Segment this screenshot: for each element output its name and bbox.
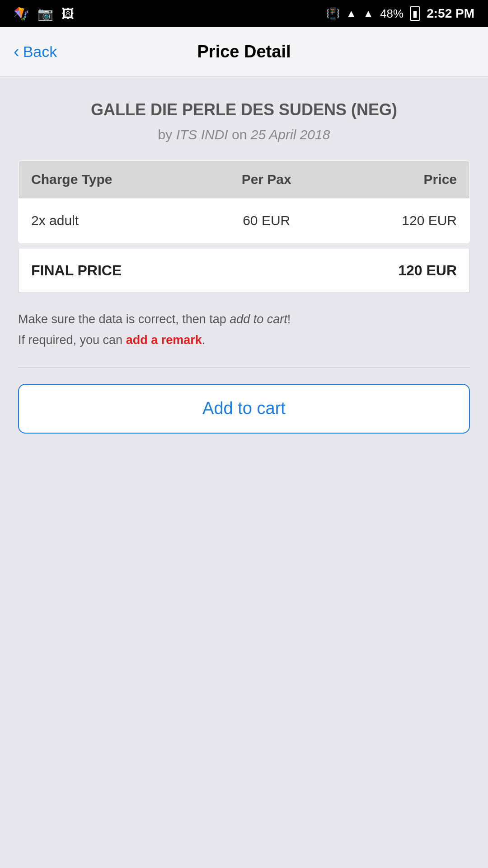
product-date: 25 April 2018 bbox=[251, 127, 330, 142]
cell-price: 120 EUR bbox=[331, 198, 470, 243]
price-table: Charge Type Per Pax Price 2x adult60 EUR… bbox=[18, 160, 470, 243]
battery-icon: ▮ bbox=[410, 6, 420, 21]
product-meta-on: on bbox=[228, 127, 251, 142]
status-bar-left-icons: 🪁 📷 🖼 bbox=[14, 6, 74, 21]
info-exclamation: ! bbox=[287, 312, 291, 326]
nav-bar: ‹ Back Price Detail bbox=[0, 27, 488, 77]
add-remark-link[interactable]: add a remark bbox=[126, 333, 202, 347]
final-price-value: 120 EUR bbox=[398, 262, 457, 279]
info-part2: If required, you can bbox=[18, 333, 126, 347]
add-to-cart-button[interactable]: Add to cart bbox=[18, 384, 470, 434]
signal-icon: ▲ bbox=[363, 7, 374, 20]
info-line-2: If required, you can add a remark. bbox=[18, 330, 470, 351]
image-icon: 🖼 bbox=[61, 6, 74, 21]
final-price-label: FINAL PRICE bbox=[31, 262, 122, 279]
cell-per-pax: 60 EUR bbox=[202, 198, 331, 243]
product-section: GALLE DIE PERLE DES SUDENS (NEG) by ITS … bbox=[18, 99, 470, 142]
product-provider: ITS INDI bbox=[176, 127, 228, 142]
product-name: GALLE DIE PERLE DES SUDENS (NEG) bbox=[18, 99, 470, 121]
info-period: . bbox=[202, 333, 206, 347]
status-bar: 🪁 📷 🖼 📳 ▲ ▲ 48% ▮ 2:52 PM bbox=[0, 0, 488, 27]
divider bbox=[18, 367, 470, 368]
info-part1: Make sure the data is correct, then tap bbox=[18, 312, 230, 326]
chevron-left-icon: ‹ bbox=[14, 43, 19, 60]
product-meta-by: by bbox=[158, 127, 176, 142]
col-charge-type: Charge Type bbox=[19, 160, 202, 198]
info-add-to-cart-italic: add to cart bbox=[230, 312, 287, 326]
table-header-row: Charge Type Per Pax Price bbox=[19, 160, 470, 198]
final-price-row: FINAL PRICE 120 EUR bbox=[18, 249, 470, 293]
vibrate-icon: 📳 bbox=[326, 7, 340, 20]
info-line-1: Make sure the data is correct, then tap … bbox=[18, 309, 470, 330]
status-time: 2:52 PM bbox=[427, 6, 474, 21]
camera-icon: 📷 bbox=[38, 6, 53, 21]
back-label: Back bbox=[23, 43, 57, 61]
bird-icon: 🪁 bbox=[14, 6, 29, 21]
table-row: 2x adult60 EUR120 EUR bbox=[19, 198, 470, 243]
cell-charge-type: 2x adult bbox=[19, 198, 202, 243]
col-price: Price bbox=[331, 160, 470, 198]
battery-percentage: 48% bbox=[380, 7, 404, 21]
status-bar-right-icons: 📳 ▲ ▲ 48% ▮ 2:52 PM bbox=[326, 6, 474, 21]
product-meta: by ITS INDI on 25 April 2018 bbox=[18, 127, 470, 142]
wifi-icon: ▲ bbox=[346, 7, 357, 20]
main-content: GALLE DIE PERLE DES SUDENS (NEG) by ITS … bbox=[0, 77, 488, 452]
page-title: Price Detail bbox=[197, 42, 291, 61]
col-per-pax: Per Pax bbox=[202, 160, 331, 198]
back-button[interactable]: ‹ Back bbox=[14, 43, 57, 61]
info-text: Make sure the data is correct, then tap … bbox=[18, 309, 470, 351]
